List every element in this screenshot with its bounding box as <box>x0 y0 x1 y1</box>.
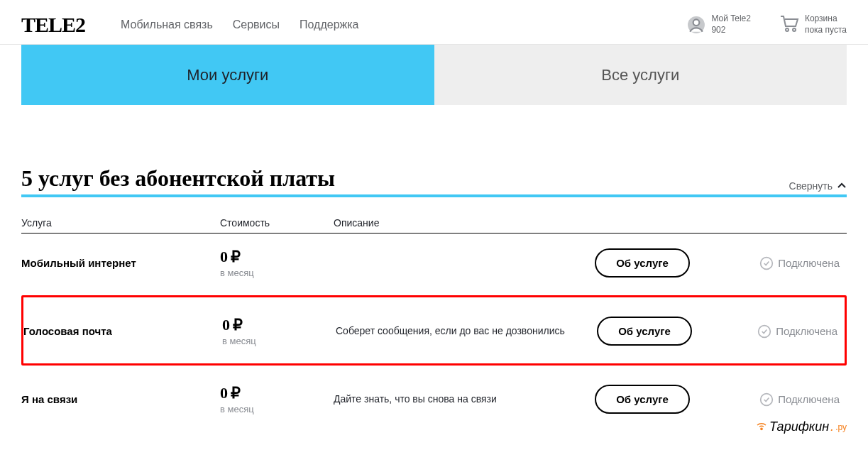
about-button[interactable]: Об услуге <box>595 385 690 414</box>
check-circle-icon <box>757 324 771 339</box>
svg-point-2 <box>786 28 789 31</box>
tab-my-services[interactable]: Мои услуги <box>21 45 434 105</box>
service-period: в месяц <box>220 404 334 414</box>
svg-point-4 <box>761 257 773 269</box>
check-circle-icon <box>759 392 774 407</box>
svg-point-5 <box>759 325 771 337</box>
svg-point-1 <box>693 19 700 26</box>
service-desc: Дайте знать, что вы снова на связи <box>334 392 578 407</box>
header: TELE2 Мобильная связь Сервисы Поддержка … <box>0 0 868 45</box>
tab-all-services[interactable]: Все услуги <box>434 45 847 105</box>
status-text: Подключена <box>778 393 840 405</box>
logo[interactable]: TELE2 <box>21 13 85 37</box>
check-circle-icon <box>759 256 774 270</box>
watermark-suffix: .ру <box>835 422 847 428</box>
svg-point-3 <box>793 28 796 31</box>
service-price: 0 ₽ <box>220 384 334 402</box>
status-text: Подключена <box>778 257 840 269</box>
status-text: Подключена <box>776 325 837 337</box>
chevron-up-icon <box>837 181 847 191</box>
col-desc: Описание <box>334 217 578 229</box>
user-icon <box>687 16 705 34</box>
account-number: 902 <box>711 25 751 36</box>
service-name: Голосовая почта <box>23 325 222 337</box>
service-desc: Соберет сообщения, если до вас не дозвон… <box>336 324 581 339</box>
service-period: в месяц <box>220 268 334 278</box>
table-row: Я на связи0 ₽в месяцДайте знать, что вы … <box>21 370 847 427</box>
section-heading: 5 услуг без абонентской платы Свернуть <box>21 165 847 197</box>
account-link[interactable]: Мой Tele2 902 <box>687 13 751 35</box>
table-header: Услуга Стоимость Описание <box>21 217 847 234</box>
watermark-text: Тарифкин <box>769 419 829 427</box>
services-table: Услуга Стоимость Описание Мобильный инте… <box>21 217 847 427</box>
status-badge: Подключена <box>757 324 837 339</box>
account-text: Мой Tele2 902 <box>711 13 751 35</box>
svg-point-6 <box>761 393 773 405</box>
nav-support[interactable]: Поддержка <box>300 18 358 31</box>
cart-icon <box>779 15 799 35</box>
main-nav: Мобильная связь Сервисы Поддержка <box>121 18 358 31</box>
cart-label: Корзина <box>805 13 847 25</box>
status-badge: Подключена <box>759 392 840 407</box>
service-name: Мобильный интернет <box>21 257 220 269</box>
cart-status: пока пуста <box>805 25 847 36</box>
cart-text: Корзина пока пуста <box>805 13 847 35</box>
tabs: Мои услуги Все услуги <box>21 45 847 105</box>
collapse-toggle[interactable]: Свернуть <box>789 180 847 192</box>
cart-link[interactable]: Корзина пока пуста <box>779 13 847 35</box>
table-row: Мобильный интернет0 ₽в месяцОб услугеПод… <box>21 234 847 291</box>
service-price: 0 ₽ <box>222 316 336 334</box>
about-button[interactable]: Об услуге <box>595 248 690 278</box>
nav-services[interactable]: Сервисы <box>233 18 280 31</box>
status-badge: Подключена <box>759 256 840 270</box>
section-title: 5 услуг без абонентской платы <box>21 165 335 192</box>
table-row: Голосовая почта0 ₽в месяцСоберет сообщен… <box>23 297 845 363</box>
nav-mobile[interactable]: Мобильная связь <box>121 18 213 31</box>
service-period: в месяц <box>222 336 336 346</box>
about-button[interactable]: Об услуге <box>597 317 692 346</box>
collapse-label: Свернуть <box>789 180 833 192</box>
service-name: Я на связи <box>21 393 220 405</box>
wifi-icon <box>755 419 768 427</box>
watermark: Тарифкин..ру <box>755 419 847 427</box>
col-service: Услуга <box>21 217 220 229</box>
service-price: 0 ₽ <box>220 248 334 266</box>
col-cost: Стоимость <box>220 217 334 229</box>
highlighted-row: Голосовая почта0 ₽в месяцСоберет сообщен… <box>21 295 847 366</box>
account-label: Мой Tele2 <box>711 13 751 25</box>
